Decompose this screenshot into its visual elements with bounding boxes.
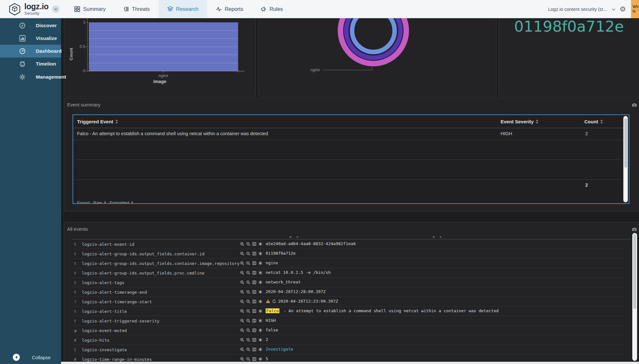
donut-rings[interactable] [340, 18, 406, 64]
filter-out-value-icon[interactable] [246, 328, 250, 332]
filter-for-value-icon[interactable] [240, 357, 244, 361]
filter-exists-icon[interactable] [258, 280, 262, 284]
toggle-column-icon[interactable] [252, 290, 256, 294]
export-raw-link[interactable]: Raw [93, 200, 107, 204]
event-field-row-logzio-alert-event-id[interactable]: t logzio-alert-event-id a5e240ad-ad64-4a… [73, 239, 624, 249]
toggle-column-icon[interactable] [252, 309, 256, 313]
sidebar-item-timelion[interactable]: Timelion [0, 58, 61, 70]
event-field-row-logzio-alert-group-ids.output_fields.container.image.repository[interactable]: t logzio-alert-group-ids.output_fields.c… [73, 259, 624, 268]
filter-out-value-icon[interactable] [246, 271, 250, 275]
filter-for-value-icon[interactable] [240, 252, 244, 256]
filter-out-value-icon[interactable] [246, 280, 250, 284]
filter-for-value-icon[interactable] [240, 309, 244, 313]
toggle-column-icon[interactable] [252, 328, 256, 332]
event-field-row-logzio-alert-timerange-start[interactable]: ? logzio-alert-timerange-start 2020-04-2… [73, 297, 624, 306]
table-scrollbar-thumb[interactable] [624, 118, 627, 168]
account-selector[interactable]: Logz.io content security (tz... [548, 7, 607, 12]
filter-for-value-icon[interactable] [240, 328, 244, 332]
events-scrollbar-thumb[interactable] [633, 234, 636, 309]
filter-exists-icon[interactable] [258, 299, 262, 304]
filter-exists-icon[interactable] [258, 271, 262, 275]
filter-exists-icon[interactable] [258, 357, 262, 361]
event-field-row-logzio-alert-tags[interactable]: t logzio-alert-tags network_threat [73, 278, 624, 287]
toggle-column-icon[interactable] [252, 357, 256, 361]
toggle-column-icon[interactable] [252, 261, 256, 265]
event-field-row-logzio-hits[interactable]: # logzio-hits 2 [73, 335, 624, 345]
filter-exists-icon[interactable] [258, 261, 262, 265]
toggle-column-icon[interactable] [252, 319, 256, 323]
filter-out-value-icon[interactable] [246, 299, 250, 304]
filter-exists-icon[interactable] [258, 319, 262, 323]
sidebar-collapse-button[interactable]: Collapse [0, 353, 61, 362]
nav-tab-threats[interactable]: Threats [114, 0, 159, 18]
toggle-column-icon[interactable] [252, 271, 256, 275]
event-field-row-logzio-event-muted[interactable]: ◑ logzio-event-muted false [73, 326, 624, 335]
nav-tab-summary[interactable]: Summary [66, 0, 114, 18]
filter-exists-icon[interactable] [258, 290, 262, 294]
donut-slice-label: nginx [291, 68, 320, 72]
filter-out-value-icon[interactable] [246, 242, 250, 246]
filter-out-value-icon[interactable] [246, 309, 250, 313]
column-header-count[interactable]: Count [584, 119, 603, 124]
filter-exists-icon[interactable] [258, 242, 262, 246]
filter-exists-icon[interactable] [258, 328, 262, 332]
filter-for-value-icon[interactable] [240, 290, 244, 294]
toggle-column-icon[interactable] [252, 242, 256, 246]
bar-nginx[interactable] [89, 22, 238, 71]
filter-for-value-icon[interactable] [240, 299, 244, 304]
sidebar-item-dashboard[interactable]: Dashboard [0, 45, 61, 58]
toggle-column-icon[interactable] [252, 347, 256, 352]
export-formatted-link[interactable]: Formatted [110, 200, 135, 204]
nav-tab-research[interactable]: Research [159, 0, 207, 18]
event-field-row-logzio-time-range-in-minutes[interactable]: # logzio-time-range-in-minutes 5 [73, 354, 624, 362]
settings-gear-icon[interactable]: ⚙ [620, 6, 626, 13]
toggle-column-icon[interactable] [252, 252, 256, 256]
filter-for-value-icon[interactable] [240, 271, 244, 275]
toggle-column-icon[interactable] [252, 280, 256, 284]
field-type-icon: t [73, 347, 78, 352]
sidebar-item-visualize[interactable]: Visualize [0, 32, 61, 45]
refresh-icon[interactable] [272, 299, 277, 304]
snapshot-camera-icon[interactable] [632, 227, 637, 232]
filter-exists-icon[interactable] [258, 309, 262, 313]
account-chevron-down-icon[interactable] [612, 7, 616, 12]
table-row[interactable]: Falco - An attempt to establish a comman… [73, 128, 629, 140]
filter-for-value-icon[interactable] [240, 319, 244, 323]
table-scrollbar-track[interactable] [623, 116, 628, 202]
event-field-row-logzio-alert-title[interactable]: t logzio-alert-title Falco - An attempt … [73, 306, 624, 316]
filter-out-value-icon[interactable] [246, 290, 250, 294]
filter-for-value-icon[interactable] [240, 280, 244, 284]
filter-exists-icon[interactable] [258, 252, 262, 256]
event-field-row-logzio-alert-group-ids.output_fields.proc.cmdline[interactable]: t logzio-alert-group-ids.output_fields.p… [73, 268, 624, 278]
app-switcher-chevron-button[interactable] [52, 5, 59, 13]
filter-for-value-icon[interactable] [240, 261, 244, 265]
filter-out-value-icon[interactable] [246, 319, 250, 323]
snapshot-camera-icon[interactable] [632, 102, 637, 108]
event-field-row-logzio-alert-group-ids.output_fields.container.id[interactable]: t logzio-alert-group-ids.output_fields.c… [73, 249, 624, 259]
sidebar-item-discover[interactable]: Discover [0, 19, 61, 32]
filter-out-value-icon[interactable] [246, 347, 250, 352]
sidebar-item-management[interactable]: Management [0, 71, 61, 83]
field-actions [240, 319, 262, 323]
column-header-triggered-event[interactable]: Triggered Event [77, 119, 118, 124]
filter-exists-icon[interactable] [258, 347, 262, 352]
event-field-row-logzio-alert-triggered-severity[interactable]: t logzio-alert-triggered-severity HIGH [73, 316, 624, 326]
filter-out-value-icon[interactable] [246, 252, 250, 256]
filter-exists-icon[interactable] [258, 338, 262, 342]
filter-out-value-icon[interactable] [246, 357, 250, 361]
filter-for-value-icon[interactable] [240, 347, 244, 352]
filter-out-value-icon[interactable] [246, 338, 250, 342]
toggle-column-icon[interactable] [252, 338, 256, 342]
event-field-row-logzio-investigate[interactable]: t logzio-investigate Investigate [73, 345, 624, 354]
toggle-column-icon[interactable] [252, 299, 256, 304]
logzio-logo[interactable]: logz.io Security [8, 3, 49, 16]
whats-new-badge[interactable]: Wh N [631, 0, 639, 18]
filter-for-value-icon[interactable] [240, 242, 244, 246]
event-field-row-logzio-alert-timerange-end[interactable]: t logzio-alert-timerange-end 2020-04-26T… [73, 287, 624, 297]
filter-out-value-icon[interactable] [246, 261, 250, 265]
events-scrollbar-track[interactable] [632, 233, 637, 361]
filter-for-value-icon[interactable] [240, 338, 244, 342]
nav-tab-rules[interactable]: Rules [252, 0, 292, 18]
column-header-event-severity[interactable]: Event Severity [501, 119, 539, 124]
nav-tab-reports[interactable]: Reports [207, 0, 252, 18]
